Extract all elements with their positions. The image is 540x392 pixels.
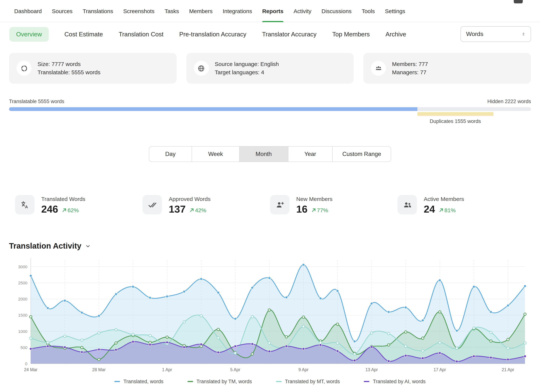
report-tabs: Overview Cost Estimate Translation Cost … — [0, 22, 540, 46]
stat-value: 137 — [169, 203, 186, 215]
legend-swatch — [276, 381, 281, 382]
person-add-icon — [270, 195, 290, 214]
words-progress: Translatable 5555 words Hidden 2222 word… — [9, 99, 531, 125]
legend-label: Translated, words — [123, 379, 164, 384]
progress-track — [9, 107, 531, 111]
summary-card-members: Members: 777 Managers: 77 — [364, 53, 531, 84]
range-option-month[interactable]: Month — [239, 147, 288, 162]
translatable-line: Translatable: 5555 words — [38, 68, 100, 76]
range-option-week[interactable]: Week — [192, 147, 239, 162]
range-selector: Day Week Month Year Custom Range — [149, 146, 391, 162]
tab-translation-cost[interactable]: Translation Cost — [119, 30, 164, 38]
summary-card-size: Size: 7777 words Translatable: 5555 word… — [9, 53, 176, 84]
svg-text:1500: 1500 — [18, 313, 27, 318]
svg-text:9 Apr: 9 Apr — [298, 367, 308, 372]
select-updown-icon — [521, 31, 526, 37]
nav-item-discussions[interactable]: Discussions — [322, 0, 352, 22]
top-navigation: Dashboard Sources Translations Screensho… — [0, 0, 540, 22]
stat-label: Approved Words — [169, 196, 210, 202]
trend-up-icon — [439, 208, 444, 213]
svg-text:500: 500 — [20, 345, 27, 350]
stat-change: 77% — [317, 207, 328, 213]
trend-up-icon — [311, 208, 316, 213]
nav-item-sources[interactable]: Sources — [52, 0, 73, 22]
nav-item-activity[interactable]: Activity — [294, 0, 311, 22]
tab-cost-estimate[interactable]: Cost Estimate — [65, 30, 103, 38]
stat-value: 246 — [41, 203, 58, 215]
nav-item-members[interactable]: Members — [189, 0, 213, 22]
range-option-custom[interactable]: Custom Range — [332, 147, 391, 162]
legend-label: Translated by TM, words — [196, 379, 252, 384]
chevron-down-icon[interactable] — [85, 243, 91, 249]
nav-item-reports[interactable]: Reports — [262, 0, 283, 22]
stat-change: 81% — [444, 207, 456, 213]
range-option-day[interactable]: Day — [149, 147, 192, 162]
svg-text:1000: 1000 — [18, 329, 27, 334]
activity-section-title: Translation Activity — [9, 242, 81, 250]
svg-text:13 Apr: 13 Apr — [365, 367, 378, 372]
duplicates-bar — [417, 112, 493, 116]
stat-label: Translated Words — [41, 196, 85, 202]
translate-icon: A — [15, 195, 35, 214]
hidden-label: Hidden 2222 words — [487, 99, 531, 104]
svg-text:5 Apr: 5 Apr — [230, 367, 240, 372]
tab-pre-translation-accuracy[interactable]: Pre-translation Accuracy — [179, 30, 246, 38]
translatable-label: Translatable 5555 words — [9, 99, 64, 104]
stats-row: A Translated Words 246 62% Approved Word… — [15, 195, 525, 215]
legend-swatch — [188, 381, 193, 382]
members-line: Members: 777 — [392, 60, 428, 68]
activity-chart: 05001000150020002500300024 Mar28 Mar1 Ap… — [9, 256, 531, 384]
tab-overview[interactable]: Overview — [9, 27, 49, 41]
stat-label: New Members — [296, 196, 332, 202]
legend-item-3[interactable]: Translated by AI, words — [364, 379, 426, 384]
svg-text:A: A — [25, 204, 28, 209]
svg-text:28 Mar: 28 Mar — [92, 367, 106, 372]
legend-label: Translated by MT, words — [285, 379, 340, 384]
nav-item-dashboard[interactable]: Dashboard — [14, 0, 42, 22]
stat-new-members: New Members 16 77% — [270, 195, 398, 215]
globe-icon — [194, 61, 209, 76]
stat-value: 24 — [424, 203, 435, 215]
people-icon — [398, 195, 417, 214]
legend-item-2[interactable]: Translated by MT, words — [276, 379, 340, 384]
svg-text:21 Apr: 21 Apr — [502, 367, 514, 372]
translatable-bar — [9, 107, 417, 111]
sync-icon — [16, 61, 31, 76]
tab-top-members[interactable]: Top Members — [332, 30, 370, 38]
legend-item-0[interactable]: Translated, words — [114, 379, 164, 384]
legend-item-1[interactable]: Translated by TM, words — [188, 379, 252, 384]
range-option-year[interactable]: Year — [288, 147, 332, 162]
unit-select[interactable]: Words — [460, 26, 531, 42]
nav-item-integrations[interactable]: Integrations — [223, 0, 252, 22]
chart-legend: Translated, wordsTranslated by TM, words… — [9, 379, 531, 384]
nav-item-tools[interactable]: Tools — [362, 0, 375, 22]
activity-chart-svg[interactable]: 05001000150020002500300024 Mar28 Mar1 Ap… — [9, 256, 531, 375]
nav-item-tasks[interactable]: Tasks — [165, 0, 179, 22]
size-line: Size: 7777 words — [38, 60, 100, 68]
managers-line: Managers: 77 — [392, 68, 428, 76]
page: Dashboard Sources Translations Screensho… — [0, 0, 540, 392]
trend-up-icon — [62, 208, 67, 213]
nav-item-translations[interactable]: Translations — [83, 0, 113, 22]
target-languages-line: Target languages: 4 — [215, 68, 279, 76]
tab-translator-accuracy[interactable]: Translator Accuracy — [262, 30, 316, 38]
duplicates-label: Duplicates 1555 words — [417, 119, 493, 124]
svg-text:24 Mar: 24 Mar — [24, 367, 38, 372]
stat-value: 16 — [296, 203, 308, 215]
stat-approved-words: Approved Words 137 42% — [142, 195, 270, 215]
svg-text:0: 0 — [25, 362, 27, 366]
cutoff-toolbar-element[interactable] — [514, 0, 523, 3]
stat-label: Active Members — [424, 196, 464, 202]
source-language-line: Source language: English — [215, 60, 279, 68]
stat-change: 42% — [195, 207, 206, 213]
tab-archive[interactable]: Archive — [385, 30, 406, 38]
unit-select-value: Words — [466, 31, 483, 38]
nav-item-screenshots[interactable]: Screenshots — [123, 0, 155, 22]
nav-item-settings[interactable]: Settings — [385, 0, 405, 22]
legend-swatch — [114, 381, 120, 382]
double-check-icon — [142, 195, 162, 214]
svg-text:1 Apr: 1 Apr — [162, 367, 172, 372]
svg-text:17 Apr: 17 Apr — [434, 367, 446, 372]
stat-translated-words: A Translated Words 246 62% — [15, 195, 142, 215]
team-icon — [371, 61, 386, 76]
